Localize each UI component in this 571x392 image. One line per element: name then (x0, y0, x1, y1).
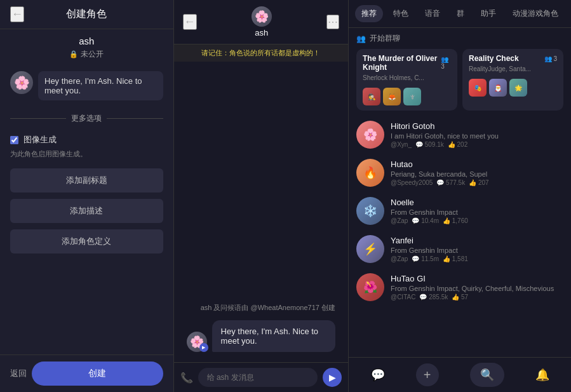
play-button[interactable]: ▶ (199, 343, 208, 352)
char-desc: Periang, Suka bercanda, Supel (391, 170, 563, 178)
char-item[interactable]: ⚡ Yanfei From Genshin Impact @Zap 💬 11.5… (349, 230, 571, 268)
char-info: Noelle From Genshin Impact @Zap 💬 10.4m … (391, 198, 563, 224)
group-cards: The Murder of Oliver Knight 👥 3 Sherlock… (349, 49, 571, 116)
group-card-title: Reality Check (469, 54, 519, 63)
char-author: @CITAC (391, 294, 415, 301)
chat-input[interactable] (198, 368, 318, 387)
like-count: 👍 57 (452, 294, 468, 301)
tab-助手[interactable]: 助手 (474, 5, 502, 22)
add-def-button[interactable]: 添加角色定义 (10, 229, 163, 253)
mini-avatar: 🌟 (509, 79, 527, 97)
char-name: Hitori Gotoh (391, 121, 563, 131)
char-item[interactable]: 🌺 HuTao GI From Genshin Impact, Quirky, … (349, 268, 571, 306)
char-name: Yanfei (391, 236, 563, 245)
group-card[interactable]: The Murder of Oliver Knight 👥 3 Sherlock… (356, 49, 457, 111)
char-item[interactable]: ❄️ Noelle From Genshin Impact @Zap 💬 10.… (349, 192, 571, 230)
mid-settings-button[interactable]: ⋯ (326, 15, 339, 29)
char-item[interactable]: 🌸 Hitori Gotoh I am Hitori Gotoh, nice t… (349, 116, 571, 154)
chat-bubble-avatar: 🌸 ▶ (187, 332, 207, 352)
char-avatar: 🌸 (356, 121, 384, 149)
char-desc: From Genshin Impact (391, 208, 563, 216)
tab-动漫游戏角色[interactable]: 动漫游戏角色 (506, 5, 565, 22)
mini-avatar: 🗡 (403, 88, 421, 105)
like-count: 👍 202 (448, 141, 467, 148)
char-stats: @Zap 💬 10.4m 👍 1,760 (391, 217, 563, 224)
char-author: @Xyn_ (391, 141, 412, 148)
lock-icon: 🔒 (69, 50, 78, 58)
group-card-sub: RealityJudge, Santa... (462, 65, 563, 76)
mini-avatar: 🎅 (489, 79, 507, 97)
char-name: Noelle (391, 198, 563, 207)
group-card-count: 👥 3 (441, 54, 451, 72)
char-info: Hitori Gotoh I am Hitori Gotoh, nice to … (391, 121, 563, 148)
bell-button[interactable]: 🔔 (535, 368, 549, 382)
mid-char-name: ash (255, 28, 268, 37)
char-avatar: 🌺 (356, 273, 384, 301)
back-text-button[interactable]: 返回 (10, 368, 27, 379)
char-name: HuTao GI (391, 274, 563, 283)
group-card[interactable]: Reality Check 👥 3 RealityJudge, Santa...… (462, 49, 563, 111)
char-item[interactable]: 🔥 Hutao Periang, Suka bercanda, Supel @S… (349, 154, 571, 192)
char-stats: @Zap 💬 11.5m 👍 1,581 (391, 255, 563, 262)
image-gen-row: 图像生成 (0, 132, 173, 148)
tab-语音[interactable]: 语音 (419, 5, 447, 22)
chat-bubble-row: 🌸 ▶ Hey there, I'm Ash. Nice to meet you… (180, 316, 342, 356)
mid-char-avatar: 🌸 (252, 6, 272, 27)
char-stats: @Speedy2005 💬 577.5k 👍 207 (391, 179, 563, 186)
add-button[interactable]: + (416, 363, 439, 386)
mid-input-bar: 📞 ▶ (174, 362, 348, 392)
left-title: 创建角色 (66, 8, 107, 21)
char-info: Yanfei From Genshin Impact @Zap 💬 11.5m … (391, 236, 563, 262)
add-desc-button[interactable]: 添加描述 (10, 199, 163, 223)
create-button[interactable]: 创建 (32, 362, 163, 386)
tab-特色[interactable]: 特色 (387, 5, 415, 22)
right-tabs: 推荐特色语音群助手动漫游戏角色 (349, 0, 571, 28)
char-author: @Zap (391, 217, 408, 224)
character-status: 🔒 未公开 (0, 49, 173, 66)
char-info: Hutao Periang, Suka bercanda, Supel @Spe… (391, 159, 563, 186)
char-desc: I am Hitori Gotoh, nice to meet you (391, 132, 563, 140)
like-count: 👍 1,760 (443, 217, 468, 224)
char-author: @Zap (391, 255, 408, 262)
char-avatar: ❄️ (356, 197, 384, 225)
send-button[interactable]: ▶ (323, 368, 342, 387)
chat-count: 💬 285.5k (419, 294, 448, 301)
tab-群[interactable]: 群 (450, 5, 471, 22)
greeting-text: Hey there, I'm Ash. Nice to meet you. (38, 71, 163, 100)
char-info: HuTao GI From Genshin Impact, Quirky, Ch… (391, 274, 563, 301)
chat-count: 💬 10.4m (412, 217, 439, 224)
mid-header: ← 🌸 ash ⋯ (174, 0, 348, 44)
mid-char-info: 🌸 ash (252, 6, 272, 37)
section-title-text: 开始群聊 (370, 33, 400, 44)
more-options-divider: 更多选项 (0, 105, 173, 132)
left-panel: ← 创建角色 ash 🔒 未公开 🌸 Hey there, I'm Ash. N… (0, 0, 174, 392)
mid-back-button[interactable]: ← (183, 14, 197, 30)
chat-count: 💬 509.1k (415, 141, 444, 148)
greeting-avatar: 🌸 (10, 71, 33, 94)
chat-tab-button[interactable]: 💬 (371, 368, 385, 382)
char-avatar: 🔥 (356, 159, 384, 187)
char-avatar: ⚡ (356, 235, 384, 263)
char-author: @Speedy2005 (391, 179, 433, 186)
char-stats: @CITAC 💬 285.5k 👍 57 (391, 294, 563, 301)
mini-avatar: 🎭 (469, 79, 487, 97)
group-card-sub: Sherlock Holmes, C... (356, 74, 457, 85)
tab-推荐[interactable]: 推荐 (355, 5, 383, 22)
like-count: 👍 207 (469, 179, 488, 186)
search-button[interactable]: 🔍 (470, 363, 504, 387)
add-subtitle-button[interactable]: 添加副标题 (10, 168, 163, 193)
image-gen-checkbox[interactable] (10, 136, 18, 144)
group-card-title: The Murder of Oliver Knight (363, 54, 441, 72)
left-header: ← 创建角色 (0, 0, 173, 29)
mid-content: ash 及问候语由 @WheatAnemone717 创建 🌸 ▶ Hey th… (174, 62, 348, 362)
group-icon: 👥 (356, 34, 366, 43)
char-name: Hutao (391, 159, 563, 169)
image-gen-label: 图像生成 (24, 134, 57, 145)
left-back-button[interactable]: ← (10, 6, 24, 22)
left-footer: 返回 创建 (0, 355, 173, 392)
right-panel: 推荐特色语音群助手动漫游戏角色 👥 开始群聊 The Murder of Oli… (349, 0, 571, 392)
chat-count: 💬 11.5m (412, 255, 439, 262)
section-title: 👥 开始群聊 (349, 28, 571, 49)
phone-icon[interactable]: 📞 (180, 372, 193, 384)
chat-count: 💬 577.5k (436, 179, 465, 186)
